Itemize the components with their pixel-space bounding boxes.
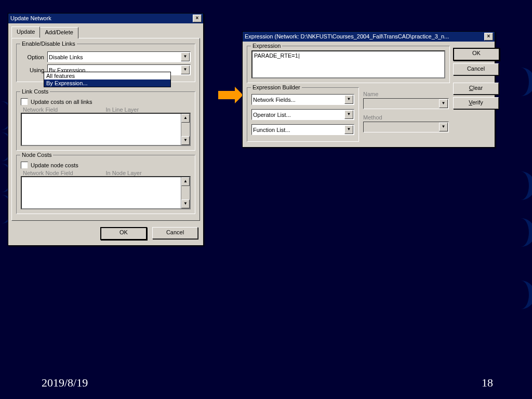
function-list-combo[interactable]: Function List...▼	[251, 124, 354, 135]
operator-list-combo[interactable]: Operator List...▼	[251, 109, 354, 120]
col-network-node-field: Network Node Field	[23, 170, 106, 176]
group-legend: Expression	[251, 43, 282, 49]
tab-panel: Enable/Disable Links Option Disable Link…	[11, 38, 200, 221]
dialog-title: Expression (Network: D:\NKFUST\Courses_2…	[245, 33, 449, 39]
expression-builder-group: Expression Builder Network Fields...▼ Op…	[247, 87, 359, 142]
dialog-titlebar[interactable]: Expression (Network: D:\NKFUST\Courses_2…	[243, 32, 495, 42]
expression-input[interactable]: PARADE_RTE=1	[251, 50, 445, 78]
clear-button[interactable]: Clear	[453, 83, 499, 95]
name-label: Name	[363, 88, 449, 98]
dropdown-item-selected[interactable]: By Expression...	[44, 79, 170, 87]
dialog-buttons: OK Cancel	[8, 224, 203, 245]
tab-adddelete[interactable]: Add/Delete	[39, 27, 78, 38]
method-label: Method	[363, 109, 449, 122]
chevron-down-icon[interactable]: ▼	[181, 65, 190, 74]
method-combo: ▼	[363, 122, 449, 132]
scroll-up-icon[interactable]: ▲	[181, 177, 190, 186]
verify-button[interactable]: Verify	[453, 97, 499, 109]
update-node-costs-checkbox[interactable]: Update node costs	[21, 162, 191, 169]
footer-date: 2019/8/19	[42, 376, 88, 390]
node-costs-group: Node Costs Update node costs Network Nod…	[16, 155, 195, 214]
scrollbar[interactable]: ▲ ▼	[181, 114, 190, 145]
chevron-down-icon[interactable]: ▼	[344, 95, 353, 104]
dropdown-item[interactable]: All features	[44, 72, 170, 79]
chevron-down-icon[interactable]: ▼	[181, 52, 190, 61]
footer-page: 18	[482, 376, 493, 390]
tab-strip: Update Add/Delete	[8, 23, 203, 38]
col-network-field: Network Field	[23, 107, 106, 113]
expression-group: Expression PARADE_RTE=1	[247, 46, 450, 83]
update-all-links-checkbox[interactable]: Update costs on all links	[21, 98, 191, 105]
network-fields-combo[interactable]: Network Fields...▼	[251, 94, 354, 105]
col-innode-layer: In Node Layer	[106, 170, 189, 176]
group-legend: Link Costs	[20, 88, 50, 95]
dialog-title: Update Network	[10, 15, 51, 21]
group-legend: Node Costs	[20, 152, 53, 158]
ok-button[interactable]: OK	[100, 227, 147, 240]
node-costs-list[interactable]: ▲ ▼	[21, 176, 191, 209]
col-inline-layer: In Line Layer	[106, 107, 189, 113]
checkbox-icon[interactable]	[21, 98, 28, 105]
cancel-button[interactable]: Cancel	[152, 227, 198, 239]
chevron-down-icon: ▼	[439, 123, 448, 131]
scroll-up-icon[interactable]: ▲	[181, 114, 190, 123]
name-combo: ▼	[363, 98, 449, 109]
dialog-titlebar[interactable]: Update Network ×	[8, 14, 203, 23]
option-label: Option	[21, 54, 47, 60]
update-network-dialog: Update Network × Update Add/Delete Enabl…	[8, 13, 204, 246]
scroll-down-icon[interactable]: ▼	[181, 136, 190, 145]
enable-disable-group: Enable/Disable Links Option Disable Link…	[16, 44, 195, 82]
chevron-down-icon[interactable]: ▼	[344, 110, 353, 119]
link-costs-group: Link Costs Update costs on all links Net…	[16, 91, 195, 151]
scroll-down-icon[interactable]: ▼	[181, 200, 190, 208]
chevron-down-icon[interactable]: ▼	[344, 125, 353, 134]
ok-button[interactable]: OK	[453, 48, 500, 61]
group-legend: Expression Builder	[251, 84, 302, 90]
chevron-down-icon: ▼	[439, 99, 448, 108]
tab-update[interactable]: Update	[11, 26, 40, 38]
using-dropdown-list[interactable]: All features By Expression...	[44, 72, 171, 87]
close-icon[interactable]: ×	[484, 33, 493, 41]
close-icon[interactable]: ×	[193, 15, 202, 22]
option-combo[interactable]: Disable Links ▼	[47, 51, 191, 62]
cancel-button[interactable]: Cancel	[453, 63, 499, 75]
scrollbar[interactable]: ▲ ▼	[181, 177, 190, 208]
group-legend: Enable/Disable Links	[20, 41, 77, 47]
link-costs-list[interactable]: ▲ ▼	[21, 113, 191, 146]
checkbox-icon[interactable]	[21, 162, 28, 169]
arrow-right-icon	[218, 91, 235, 99]
expression-dialog: Expression (Network: D:\NKFUST\Courses_2…	[242, 31, 495, 148]
